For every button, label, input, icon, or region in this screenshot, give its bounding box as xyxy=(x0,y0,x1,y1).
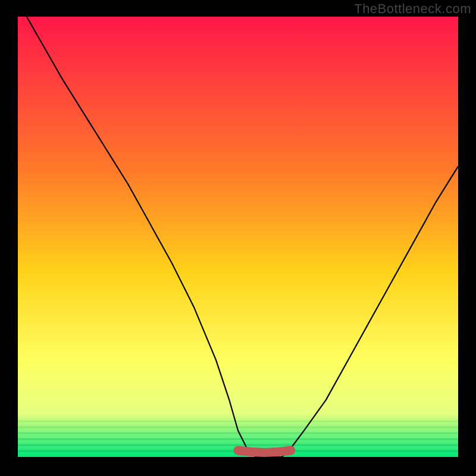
watermark-text: TheBottleneck.com xyxy=(354,1,471,17)
plot-area xyxy=(18,17,458,457)
bottleneck-chart xyxy=(0,0,476,476)
chart-stage: TheBottleneck.com xyxy=(0,0,476,476)
optimal-range-bar xyxy=(238,450,291,453)
